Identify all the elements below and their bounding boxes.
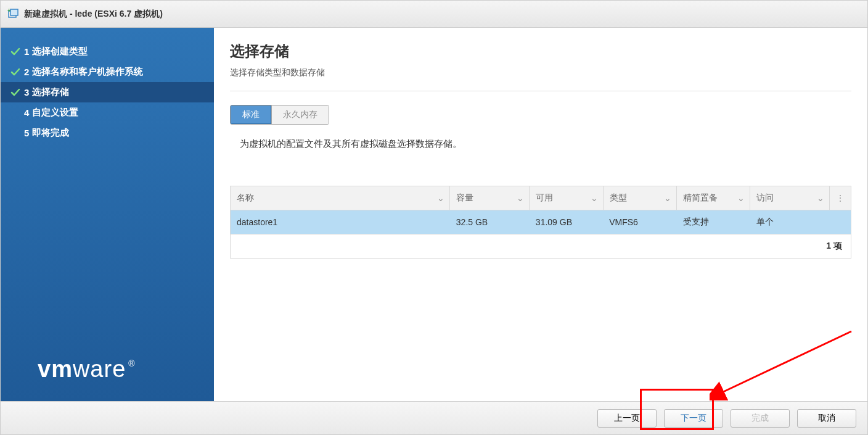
step-finish: 5 即将完成 [1, 123, 214, 143]
next-button[interactable]: 下一页 [664, 409, 723, 428]
back-button[interactable]: 上一页 [597, 409, 657, 428]
check-icon [9, 67, 22, 77]
storage-type-segments: 标准 永久内存 [230, 105, 329, 125]
svg-text:+: + [7, 8, 10, 14]
step-number: 4 [24, 107, 29, 118]
cell-thin: 受支持 [677, 210, 750, 234]
chevron-down-icon: ⌄ [817, 193, 824, 203]
resize-icon: ⋮ [836, 193, 845, 203]
step-label: 选择名称和客户机操作系统 [32, 66, 143, 78]
step-label: 选择存储 [32, 86, 69, 98]
titlebar: + 新建虚拟机 - lede (ESXi 6.7 虚拟机) [1, 1, 867, 28]
check-icon [9, 88, 22, 97]
segment-standard[interactable]: 标准 [230, 105, 272, 125]
chevron-down-icon: ⌄ [664, 193, 671, 203]
col-free[interactable]: 可用⌄ [530, 186, 603, 210]
table-footer: 1 项 [230, 234, 851, 259]
col-type[interactable]: 类型⌄ [603, 186, 677, 210]
segment-pmem[interactable]: 永久内存 [271, 106, 329, 124]
step-label: 自定义设置 [32, 107, 78, 118]
wizard-main: 选择存储 选择存储类型和数据存储 标准 永久内存 为虚拟机的配置文件及其所有虚拟… [214, 28, 867, 401]
wizard-steps: 1 选择创建类型 2 选择名称和客户机操作系统 3 选择存储 [1, 41, 214, 143]
check-icon [9, 47, 22, 57]
col-capacity[interactable]: 容量⌄ [450, 186, 530, 210]
step-name-os[interactable]: 2 选择名称和客户机操作系统 [1, 62, 214, 82]
chevron-down-icon: ⌄ [737, 193, 745, 203]
cell-type: VMFS6 [603, 210, 677, 234]
chevron-down-icon: ⌄ [517, 193, 524, 203]
step-number: 5 [24, 128, 29, 138]
dialog-title: 新建虚拟机 - lede (ESXi 6.7 虚拟机) [24, 9, 163, 20]
cell-free: 31.09 GB [530, 210, 603, 234]
col-resize[interactable]: ⋮ [829, 186, 851, 210]
vm-icon: + [7, 8, 19, 20]
table-header-row: 名称⌄ 容量⌄ 可用⌄ 类型⌄ 精简置备⌄ 访问⌄ ⋮ [231, 186, 851, 210]
step-storage[interactable]: 3 选择存储 [1, 82, 214, 102]
step-customize: 4 自定义设置 [1, 102, 214, 123]
hint-text: 为虚拟机的配置文件及其所有虚拟磁盘选择数据存储。 [230, 138, 851, 150]
step-create-type[interactable]: 1 选择创建类型 [1, 41, 214, 62]
col-access[interactable]: 访问⌄ [750, 186, 830, 210]
wizard-dialog: + 新建虚拟机 - lede (ESXi 6.7 虚拟机) 1 选择创建类型 [0, 0, 868, 435]
step-label: 即将完成 [32, 127, 69, 139]
col-name[interactable]: 名称⌄ [231, 186, 450, 210]
cancel-button[interactable]: 取消 [797, 409, 856, 428]
page-heading: 选择存储 [230, 41, 851, 61]
table-row[interactable]: datastore1 32.5 GB 31.09 GB VMFS6 受支持 单个 [231, 210, 851, 234]
step-number: 1 [24, 46, 29, 57]
step-number: 3 [24, 87, 29, 97]
step-number: 2 [24, 67, 29, 77]
chevron-down-icon: ⌄ [437, 193, 444, 203]
cell-name: datastore1 [231, 210, 450, 234]
check-icon [9, 108, 22, 118]
datastore-table: 名称⌄ 容量⌄ 可用⌄ 类型⌄ 精简置备⌄ 访问⌄ ⋮ datastore1 3… [230, 186, 851, 234]
page-subtitle: 选择存储类型和数据存储 [230, 67, 851, 91]
vmware-logo: vmware® [38, 356, 136, 383]
cell-access: 单个 [750, 210, 830, 234]
step-label: 选择创建类型 [32, 46, 88, 57]
svg-rect-1 [10, 9, 18, 15]
chevron-down-icon: ⌄ [591, 193, 598, 203]
finish-button[interactable]: 完成 [731, 409, 790, 428]
cell-capacity: 32.5 GB [450, 210, 530, 234]
check-icon [9, 128, 22, 138]
wizard-sidebar: 1 选择创建类型 2 选择名称和客户机操作系统 3 选择存储 [1, 28, 214, 401]
wizard-footer: 上一页 下一页 完成 取消 [1, 401, 867, 434]
col-thin[interactable]: 精简置备⌄ [677, 186, 750, 210]
